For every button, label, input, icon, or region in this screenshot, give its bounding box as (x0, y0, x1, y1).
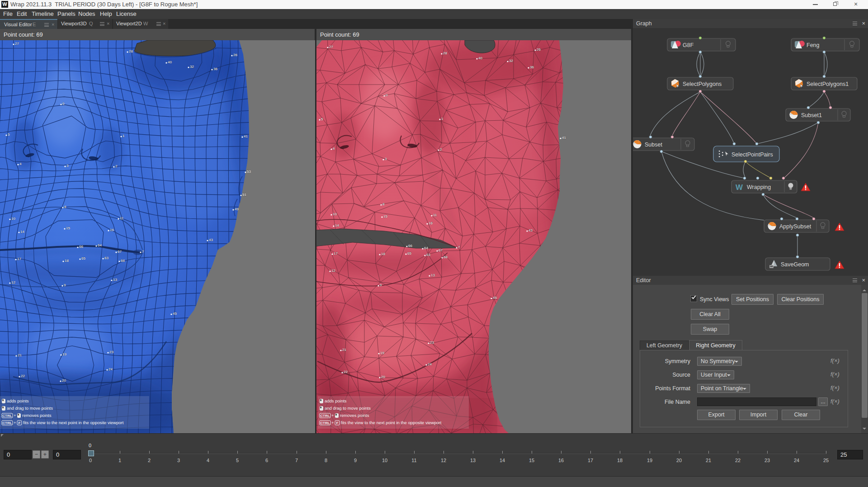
svg-text:2: 2 (115, 164, 118, 168)
svg-text:17: 17 (17, 257, 21, 261)
svg-text:23: 23 (109, 350, 113, 354)
svg-text:66: 66 (79, 245, 83, 249)
svg-text:G8F: G8F (683, 42, 694, 48)
svg-text:68: 68 (443, 255, 448, 259)
svg-text:F: F (19, 421, 21, 425)
svg-text:65: 65 (81, 256, 85, 260)
svg-text:9: 9 (64, 283, 66, 287)
svg-text:10: 10 (333, 212, 337, 216)
svg-text:26: 26 (537, 47, 541, 52)
svg-text:18: 18 (65, 259, 69, 263)
svg-text:24: 24 (428, 362, 432, 366)
svg-text:68: 68 (121, 259, 125, 263)
svg-text:15: 15 (66, 226, 70, 230)
svg-text:32: 32 (190, 65, 194, 69)
svg-text:20: 20 (381, 375, 385, 379)
svg-text:ApplySubset: ApplySubset (779, 223, 811, 230)
svg-text:10: 10 (11, 217, 15, 221)
svg-text:8: 8 (382, 202, 385, 206)
svg-text:45: 45 (493, 296, 497, 300)
svg-text:Wrapping: Wrapping (747, 184, 771, 190)
svg-text:SelectPointPairs: SelectPointPairs (731, 151, 773, 158)
svg-text:adds points: adds points (325, 398, 347, 403)
svg-text:5: 5 (321, 117, 323, 121)
svg-text:CTRL: CTRL (320, 421, 330, 425)
svg-text:36: 36 (213, 67, 217, 71)
svg-text:15: 15 (383, 214, 387, 218)
svg-text:12: 12 (331, 269, 335, 273)
svg-text:65: 65 (407, 251, 411, 255)
svg-text:+: + (331, 420, 334, 425)
svg-text:7: 7 (458, 245, 460, 249)
svg-text:fits the view to the next poin: fits the view to the next point in the o… (23, 420, 124, 425)
svg-text:24: 24 (108, 367, 113, 371)
svg-text:41: 41 (562, 136, 566, 140)
svg-text:67: 67 (439, 248, 443, 252)
svg-text:40: 40 (168, 60, 172, 64)
svg-text:22: 22 (344, 370, 348, 374)
svg-text:14: 14 (20, 230, 24, 234)
svg-text:28: 28 (129, 49, 133, 53)
svg-text:F: F (336, 421, 339, 425)
svg-text:Feng: Feng (807, 42, 820, 48)
svg-text:19: 19 (380, 351, 384, 355)
svg-text:SaveGeom: SaveGeom (781, 261, 809, 268)
svg-text:Subset: Subset (645, 142, 662, 148)
svg-text:22: 22 (21, 374, 25, 378)
svg-text:11: 11 (433, 213, 437, 217)
svg-text:0: 0 (62, 102, 65, 106)
svg-text:5: 5 (8, 132, 10, 137)
svg-text:27: 27 (15, 42, 19, 46)
svg-text:45: 45 (173, 312, 177, 316)
svg-text:removes points: removes points (340, 413, 369, 418)
svg-text:8: 8 (64, 205, 66, 209)
svg-text:4: 4 (19, 162, 22, 166)
svg-text:3: 3 (66, 164, 69, 168)
svg-text:51: 51 (242, 193, 246, 197)
svg-text:Subset1: Subset1 (801, 112, 822, 118)
svg-text:CTRL: CTRL (2, 421, 12, 425)
svg-text:0: 0 (386, 93, 388, 97)
svg-text:18: 18 (381, 252, 385, 256)
svg-text:19: 19 (62, 352, 66, 356)
svg-text:20: 20 (62, 378, 66, 383)
svg-text:53: 53 (247, 170, 251, 174)
svg-text:7: 7 (142, 250, 144, 254)
svg-text:1: 1 (123, 134, 125, 138)
svg-text:+: + (331, 413, 334, 418)
svg-text:+: + (14, 420, 16, 425)
svg-text:23: 23 (430, 340, 434, 345)
svg-text:32: 32 (509, 59, 513, 63)
svg-text:43: 43 (528, 228, 533, 232)
svg-text:21: 21 (342, 348, 346, 352)
svg-text:3: 3 (385, 157, 387, 161)
svg-text:63: 63 (426, 253, 430, 257)
svg-text:43: 43 (209, 238, 213, 242)
svg-text:W: W (736, 183, 743, 192)
svg-text:1: 1 (441, 117, 443, 121)
svg-text:36: 36 (530, 65, 534, 69)
svg-text:SelectPolygons: SelectPolygons (683, 81, 722, 87)
svg-text:26: 26 (233, 53, 237, 57)
svg-text:41: 41 (244, 134, 248, 138)
svg-text:4: 4 (333, 147, 335, 151)
svg-text:removes points: removes points (22, 413, 52, 418)
svg-text:9: 9 (380, 283, 382, 287)
svg-text:16: 16 (429, 221, 433, 225)
svg-text:11: 11 (120, 216, 124, 220)
svg-text:66: 66 (408, 244, 412, 248)
svg-text:21: 21 (18, 353, 22, 357)
svg-text:12: 12 (11, 280, 15, 284)
svg-text:and drag to move points: and drag to move points (7, 406, 53, 411)
svg-text:40: 40 (478, 56, 482, 60)
svg-text:17: 17 (334, 251, 338, 255)
svg-text:SelectPolygons1: SelectPolygons1 (807, 81, 849, 87)
svg-text:67: 67 (118, 250, 122, 254)
svg-text:14: 14 (335, 223, 339, 227)
svg-text:49: 49 (235, 207, 239, 211)
svg-text:+: + (14, 413, 16, 418)
svg-text:16: 16 (110, 228, 114, 232)
svg-text:CTRL: CTRL (320, 414, 330, 418)
svg-text:2: 2 (440, 147, 442, 151)
svg-text:64: 64 (98, 243, 102, 247)
